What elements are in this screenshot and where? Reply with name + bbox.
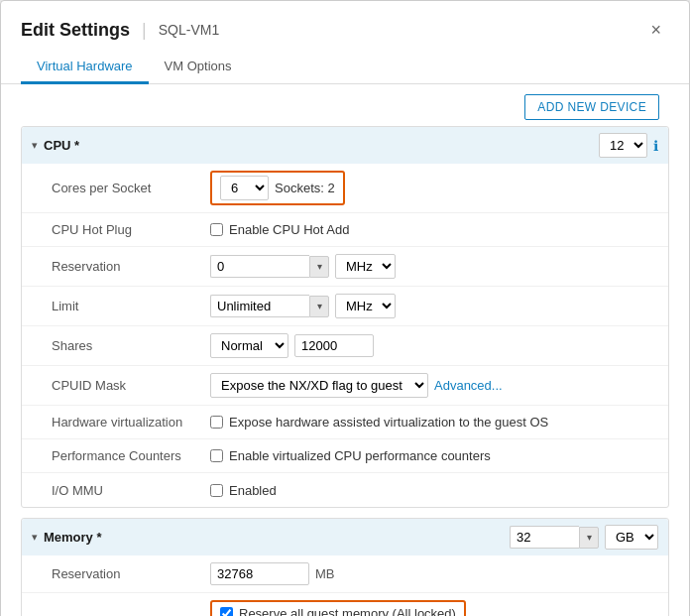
modal-title: Edit Settings (21, 20, 130, 41)
iommu-container: Enabled (210, 483, 277, 498)
close-button[interactable]: × (642, 17, 669, 43)
cpu-info-icon[interactable]: ℹ (653, 138, 658, 154)
cpu-hot-add-checkbox[interactable] (210, 223, 223, 236)
reserve-all-row: Reserve all guest memory (All locked) (22, 593, 668, 616)
cpu-shares-row: Shares NormalLowHighCustom (22, 326, 668, 366)
mem-reservation-unit: MB (315, 566, 335, 581)
cpu-section-label: CPU * (44, 138, 593, 153)
vm-name: SQL-VM1 (159, 22, 219, 38)
cores-highlight: 6 123412 Sockets: 2 (210, 171, 345, 205)
reserve-all-value: Reserve all guest memory (All locked) (210, 600, 658, 616)
mem-reservation-label: Reservation (52, 566, 210, 581)
cpu-value-group: 12 124816 (599, 133, 647, 158)
hardware-virt-container: Expose hardware assisted virtualization … (210, 415, 548, 430)
cpu-section-header[interactable]: ▾ CPU * 12 124816 ℹ (22, 127, 668, 164)
memory-value-input[interactable] (510, 526, 579, 549)
reserve-all-checkbox[interactable] (220, 607, 233, 616)
hardware-virt-row: Hardware virtualization Expose hardware … (22, 406, 668, 439)
reserve-all-container: Reserve all guest memory (All locked) (210, 600, 466, 616)
tab-virtual-hardware[interactable]: Virtual Hardware (21, 51, 149, 84)
cpu-reservation-row: Reservation ▾ MHzGHz (22, 247, 668, 287)
tabs-container: Virtual Hardware VM Options (1, 43, 689, 84)
mem-reservation-value: MB (210, 562, 658, 585)
cpu-shares-value: NormalLowHighCustom (210, 333, 658, 358)
add-new-device-button[interactable]: ADD NEW DEVICE (524, 94, 659, 120)
cpu-limit-unit-select[interactable]: MHzGHz (335, 294, 396, 318)
toolbar: ADD NEW DEVICE (1, 84, 689, 126)
memory-value-dropdown[interactable]: ▾ (579, 527, 599, 549)
cpuid-mask-select[interactable]: Expose the NX/XD flag to guest (210, 373, 428, 398)
settings-content: ▾ CPU * 12 124816 ℹ Cores per Socket 6 (1, 126, 689, 616)
cpu-limit-label: Limit (52, 299, 210, 313)
cpu-reservation-unit-select[interactable]: MHzGHz (335, 254, 396, 279)
cores-per-socket-row: Cores per Socket 6 123412 Sockets: 2 (22, 164, 668, 213)
iommu-checkbox-label: Enabled (229, 483, 277, 498)
edit-settings-modal: Edit Settings | SQL-VM1 × Virtual Hardwa… (0, 0, 690, 616)
cpu-limit-input-group: ▾ (210, 295, 329, 317)
cpu-shares-input[interactable] (294, 334, 374, 357)
memory-section-header[interactable]: ▾ Memory * ▾ GBMB (22, 519, 668, 555)
cpuid-mask-label: CPUID Mask (52, 378, 210, 393)
cpu-count-select[interactable]: 12 124816 (599, 133, 647, 158)
perf-counters-value: Enable virtualized CPU performance count… (210, 448, 658, 463)
cpuid-advanced-link[interactable]: Advanced... (434, 378, 503, 393)
memory-input-group: ▾ (510, 526, 599, 549)
cpu-limit-value: ▾ MHzGHz (210, 294, 658, 318)
cpu-shares-label: Shares (52, 338, 210, 353)
tab-vm-options[interactable]: VM Options (149, 51, 248, 84)
cores-per-socket-select[interactable]: 6 123412 (220, 176, 269, 200)
cpu-limit-dropdown[interactable]: ▾ (309, 296, 329, 317)
cpu-reservation-label: Reservation (52, 259, 210, 274)
memory-unit-select[interactable]: GBMB (605, 525, 658, 550)
cpu-section: ▾ CPU * 12 124816 ℹ Cores per Socket 6 (21, 126, 669, 508)
memory-section-label: Memory * (44, 530, 504, 545)
cpu-toggle-icon: ▾ (32, 139, 38, 152)
cpu-hot-add-label: Enable CPU Hot Add (229, 222, 349, 237)
iommu-value: Enabled (210, 483, 658, 498)
title-group: Edit Settings | SQL-VM1 (21, 20, 219, 41)
iommu-row: I/O MMU Enabled (22, 473, 668, 507)
memory-section: ▾ Memory * ▾ GBMB Reservation MB (21, 518, 669, 616)
modal-header: Edit Settings | SQL-VM1 × (1, 1, 689, 43)
hardware-virt-checkbox-label: Expose hardware assisted virtualization … (229, 415, 548, 430)
hardware-virt-label: Hardware virtualization (52, 415, 210, 430)
sockets-text: Sockets: 2 (275, 181, 335, 195)
cpuid-mask-value: Expose the NX/XD flag to guest Advanced.… (210, 373, 658, 398)
hardware-virt-checkbox[interactable] (210, 416, 223, 429)
cpu-hot-plug-row: CPU Hot Plug Enable CPU Hot Add (22, 213, 668, 247)
perf-counters-container: Enable virtualized CPU performance count… (210, 448, 491, 463)
mem-reservation-input[interactable] (210, 562, 309, 585)
reserve-all-checkbox-label: Reserve all guest memory (All locked) (239, 606, 456, 616)
iommu-checkbox[interactable] (210, 484, 223, 497)
perf-counters-checkbox-label: Enable virtualized CPU performance count… (229, 448, 491, 463)
cpu-hot-plug-label: CPU Hot Plug (52, 222, 210, 237)
title-divider: | (142, 20, 147, 41)
memory-value-group: ▾ GBMB (510, 525, 658, 550)
cpu-hot-add-container: Enable CPU Hot Add (210, 222, 349, 237)
cpu-hot-plug-value: Enable CPU Hot Add (210, 222, 658, 237)
cpu-limit-input[interactable] (210, 295, 309, 317)
cpu-reservation-dropdown[interactable]: ▾ (309, 256, 329, 278)
mem-reservation-row: Reservation MB (22, 555, 668, 593)
perf-counters-checkbox[interactable] (210, 449, 223, 462)
cpu-limit-row: Limit ▾ MHzGHz (22, 287, 668, 326)
cpu-reservation-input-group: ▾ (210, 255, 329, 278)
iommu-label: I/O MMU (52, 483, 210, 498)
perf-counters-row: Performance Counters Enable virtualized … (22, 439, 668, 473)
cpu-reservation-input[interactable] (210, 255, 309, 278)
cores-per-socket-value: 6 123412 Sockets: 2 (210, 171, 658, 205)
cpu-shares-select[interactable]: NormalLowHighCustom (210, 333, 288, 358)
cpuid-mask-row: CPUID Mask Expose the NX/XD flag to gues… (22, 366, 668, 406)
cores-per-socket-label: Cores per Socket (52, 181, 210, 195)
cpu-reservation-value: ▾ MHzGHz (210, 254, 658, 279)
memory-toggle-icon: ▾ (32, 531, 38, 544)
perf-counters-label: Performance Counters (52, 448, 210, 463)
hardware-virt-value: Expose hardware assisted virtualization … (210, 415, 658, 430)
